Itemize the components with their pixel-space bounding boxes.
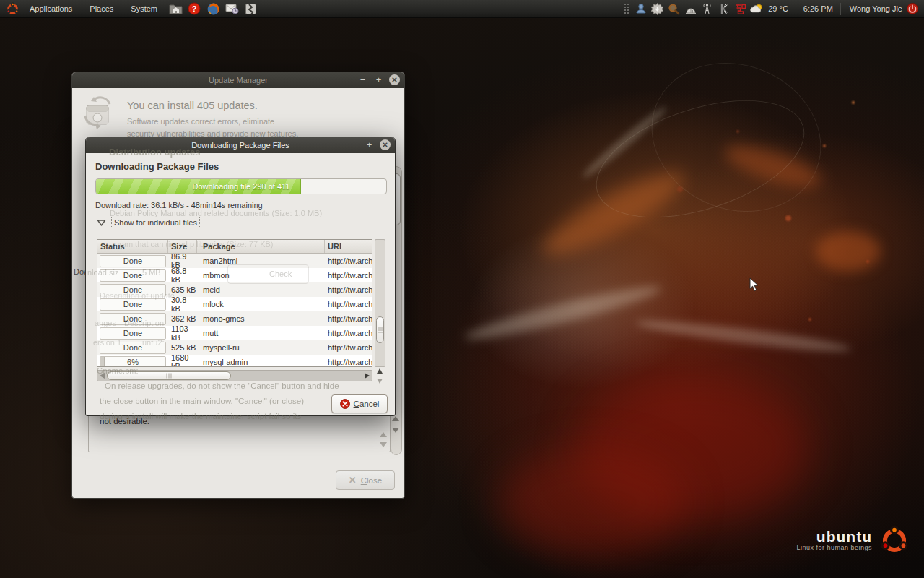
session-status-icon <box>907 3 918 14</box>
user-applet-icon[interactable] <box>634 2 648 16</box>
table-row[interactable]: 6% 1680 kB mysql-admin http://tw.archi <box>97 355 372 367</box>
table-row[interactable]: Done 1103 kB mutt http://tw.archi <box>97 326 372 340</box>
menu-system[interactable]: System <box>122 0 166 18</box>
scroll-up-icon[interactable] <box>392 416 399 421</box>
downloading-dialog: Downloading Package Files + ✕ Downloadin… <box>85 137 396 416</box>
close-window-button[interactable]: ✕ <box>380 139 391 150</box>
column-uri[interactable]: URI <box>325 240 372 253</box>
wallpaper-paint-stroke <box>816 231 881 272</box>
panel-separator <box>840 3 841 15</box>
download-progressbar: Downloading file 290 of 411 <box>95 178 387 194</box>
update-manager-icon <box>81 94 117 131</box>
status-progress-cell: Done <box>100 269 166 282</box>
scroll-up-icon[interactable] <box>377 368 383 374</box>
scroll-down-icon[interactable] <box>377 379 383 384</box>
svg-text:?: ? <box>192 4 197 13</box>
table-row[interactable]: Done 30.8 kB mlock http://tw.archi <box>97 297 372 311</box>
scroll-right-icon[interactable] <box>365 373 370 379</box>
ubuntu-wordmark: ubuntu <box>796 530 872 544</box>
updates-subtext-line1: Software updates correct errors, elimina… <box>127 116 298 128</box>
close-button[interactable]: ✕ Close <box>336 470 395 490</box>
applet-drag-handle[interactable] <box>624 3 629 14</box>
home-folder-launcher-icon[interactable] <box>167 1 183 17</box>
document-launcher-icon[interactable] <box>243 1 258 17</box>
wallpaper-paint-blob <box>578 376 808 520</box>
panel-separator <box>796 3 796 15</box>
menu-places[interactable]: Places <box>81 0 122 18</box>
update-manager-title: Update Manager <box>72 76 404 85</box>
status-progress-cell: Done <box>100 313 166 325</box>
firefox-launcher-icon[interactable] <box>205 1 221 17</box>
description-text-fragment: not desirable. <box>100 417 149 426</box>
table-row[interactable]: Done 362 kB mono-gmcs http://tw.archi <box>97 311 372 326</box>
ubuntu-tagline: Linux for human beings <box>796 544 872 551</box>
table-horizontal-scrollbar[interactable] <box>97 370 372 381</box>
user-switcher-menu[interactable]: Wong Yong Jie <box>845 3 924 14</box>
updates-heading: You can install 405 updates. <box>127 94 298 111</box>
wallpaper-paint-stroke <box>580 103 669 181</box>
update-notifier-icon[interactable] <box>650 2 664 16</box>
ubuntu-branding: ubuntu Linux for human beings <box>796 525 910 556</box>
wallpaper-paint-blob <box>498 448 686 556</box>
cancel-button[interactable]: Cancel <box>331 394 388 413</box>
wallpaper-line-art <box>629 38 843 236</box>
dialog-heading: Downloading Package Files <box>95 161 219 172</box>
update-manager-titlebar[interactable]: Update Manager − + ✕ <box>72 72 404 88</box>
help-launcher-icon[interactable]: ? <box>186 1 202 17</box>
close-x-icon: ✕ <box>349 475 357 485</box>
download-rate-text: Download rate: 36.1 kB/s - 48min14s rema… <box>95 201 263 210</box>
status-progress-cell: Done <box>100 284 166 296</box>
dialog-titlebar[interactable]: Downloading Package Files + ✕ <box>86 137 395 153</box>
ubuntu-menu-logo-icon[interactable] <box>6 2 19 16</box>
column-status[interactable]: Status <box>97 240 168 253</box>
package-table: Status Size Package URI Done 86.9 kB man… <box>97 239 372 367</box>
table-row[interactable]: Done 635 kB meld http://tw.archi <box>97 282 372 297</box>
minimize-button[interactable]: − <box>357 74 368 85</box>
clock[interactable]: 6:26 PM <box>801 4 836 13</box>
column-size[interactable]: Size <box>168 240 197 253</box>
wallpaper-paint-stroke <box>535 160 693 267</box>
mouse-cursor <box>749 277 759 292</box>
scroll-down-icon[interactable] <box>392 428 399 433</box>
table-row[interactable]: Done 68.8 kB mbmon http://tw.archi <box>97 268 372 282</box>
wallpaper-paint-stroke <box>720 137 825 195</box>
progressbar-label: Downloading file 290 of 411 <box>96 179 386 194</box>
menu-applications[interactable]: Applications <box>21 0 81 18</box>
maximize-button[interactable]: + <box>373 74 384 85</box>
show-files-expander[interactable]: Show for individual files <box>97 217 200 228</box>
wallpaper-line-art <box>582 77 819 241</box>
top-panel: Applications Places System ? <box>0 0 924 18</box>
scroll-up-icon[interactable] <box>380 432 387 437</box>
maximize-button[interactable]: + <box>364 139 375 150</box>
wallpaper-paint-stroke <box>463 280 663 347</box>
status-progress-cell: Done <box>100 298 166 311</box>
scim-chinese-icon[interactable] <box>733 2 747 16</box>
weather-applet-icon[interactable] <box>750 2 764 16</box>
table-header[interactable]: Status Size Package URI <box>97 240 372 254</box>
status-progress-cell: 6% <box>100 356 166 368</box>
column-package[interactable]: Package <box>197 240 325 253</box>
scrollbar-thumb[interactable] <box>107 371 231 380</box>
status-progress-cell: Done <box>100 255 166 267</box>
scrollbar-thumb[interactable] <box>376 316 384 343</box>
search-applet-icon[interactable] <box>667 2 681 16</box>
table-row[interactable]: Done 525 kB myspell-ru http://tw.archi <box>97 340 372 355</box>
status-progress-cell: Done <box>100 327 166 340</box>
antenna-applet-icon[interactable] <box>700 2 714 16</box>
table-row[interactable]: Done 86.9 kB man2html http://tw.archi <box>97 254 372 268</box>
username: Wong Yong Jie <box>850 4 902 13</box>
wallpaper-splatter <box>852 101 855 104</box>
cancel-x-icon <box>340 399 350 409</box>
bleed-text: the close button in the main window. "Ca… <box>100 397 304 405</box>
bleed-text: - On release upgrades, do not show the "… <box>100 381 339 390</box>
scroll-left-icon[interactable] <box>100 373 105 379</box>
ime-applet-icon[interactable] <box>717 2 731 16</box>
dome-applet-icon[interactable] <box>684 2 697 16</box>
close-window-button[interactable]: ✕ <box>389 74 400 85</box>
weather-temperature[interactable]: 29 °C <box>765 4 791 13</box>
table-vertical-scrollbar[interactable] <box>375 239 385 367</box>
dialog-title: Downloading Package Files <box>86 141 395 150</box>
evolution-launcher-icon[interactable] <box>224 1 240 17</box>
status-progress-cell: Done <box>100 342 166 354</box>
scroll-down-icon[interactable] <box>380 442 387 447</box>
